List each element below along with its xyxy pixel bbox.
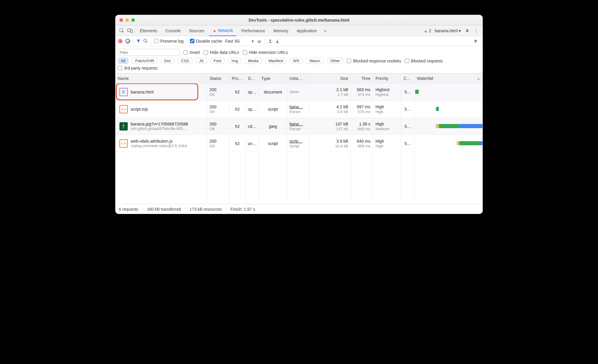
cell-protocol: h2	[229, 118, 246, 135]
traffic-lights	[119, 18, 135, 22]
tab-performance[interactable]: Performance	[238, 25, 268, 36]
minimize-dot[interactable]	[125, 18, 129, 22]
network-conditions-icon[interactable]	[257, 39, 262, 43]
filter-input[interactable]	[118, 49, 180, 56]
type-filter-pill[interactable]: Wasm	[306, 58, 323, 64]
type-filter-pill[interactable]: Manifest	[265, 58, 286, 64]
cell-type: document	[259, 83, 287, 100]
device-icon[interactable]	[127, 29, 134, 33]
cell-connection: 5…	[401, 83, 415, 100]
devtools-window: DevTools - speculative-rules.glitch.me/b…	[115, 15, 483, 214]
request-row[interactable]: banana.jpg?v=1705668720588cdn.glitch.glo…	[115, 118, 483, 135]
clear-button[interactable]	[125, 39, 130, 44]
more-tabs-icon[interactable]: »	[322, 28, 329, 33]
warning-icon: ▲	[423, 28, 428, 33]
type-filter-pill[interactable]: WS	[290, 58, 303, 64]
request-row[interactable]: banana.html 200OK h2 sp… document Other …	[115, 83, 483, 101]
record-button[interactable]	[118, 39, 122, 43]
cell-status: 200OK	[207, 118, 229, 135]
kebab-icon[interactable]: ⋮	[473, 28, 480, 33]
tab-console[interactable]: Console	[162, 25, 184, 36]
invert-checkbox[interactable]: Invert	[183, 50, 200, 55]
cell-name: banana.jpg?v=1705668720588cdn.glitch.glo…	[115, 118, 207, 135]
cell-status: 200OK	[207, 83, 229, 100]
tab-network[interactable]: ▲Network	[209, 25, 236, 36]
cell-size: 2.1 kB1.7 kB	[309, 83, 351, 100]
hide-data-urls-checkbox[interactable]: Hide data URLs	[204, 50, 239, 55]
cell-initiator[interactable]: Other	[287, 83, 309, 100]
inspect-icon[interactable]	[118, 28, 125, 33]
cell-connection: 5…	[401, 118, 415, 135]
type-filter-pill[interactable]: JS	[196, 58, 207, 64]
tab-memory[interactable]: Memory	[270, 25, 292, 36]
cell-priority: HighHigh	[373, 101, 401, 117]
col-time[interactable]: Time	[351, 74, 373, 83]
filter-bar: Invert Hide data URLs Hide extension URL…	[115, 46, 483, 73]
throttling-select[interactable]: Fast 3G▾	[225, 39, 254, 44]
filter-icon[interactable]	[136, 39, 140, 43]
cell-time: 1.39 s605 ms	[351, 118, 373, 135]
col-priority[interactable]: Priority	[373, 74, 401, 83]
cell-priority: HighHigh	[373, 135, 401, 152]
cell-status: 200OK	[207, 101, 229, 117]
context-selector[interactable]: banana.html ▾	[432, 28, 463, 33]
type-filter-all[interactable]: All	[118, 58, 128, 64]
type-filter-pill[interactable]: Doc	[161, 58, 174, 64]
svg-point-5	[259, 43, 260, 43]
tab-application[interactable]: Application	[293, 25, 321, 36]
status-resources: 173 kB resources	[186, 207, 226, 212]
cell-size: 3.9 kB10.4 kB	[309, 135, 351, 152]
col-waterfall[interactable]: Waterfall	[415, 74, 483, 83]
type-filter-pill[interactable]: Other	[327, 58, 343, 64]
hide-extension-urls-checkbox[interactable]: Hide extension URLs	[243, 50, 288, 55]
cell-size: 4.2 kB3.6 kB	[309, 101, 351, 117]
cell-initiator[interactable]: scrip…Script	[287, 135, 309, 152]
tab-elements[interactable]: Elements	[136, 25, 161, 36]
cell-type: script	[259, 135, 287, 152]
zoom-dot[interactable]	[131, 18, 135, 22]
request-table: Name Status Pro… D… Type Initia… Size Ti…	[115, 73, 483, 204]
window-title: DevTools - speculative-rules.glitch.me/b…	[135, 18, 463, 22]
cell-type: script	[259, 101, 287, 117]
network-toolbar: Preserve log Disable cache Fast 3G▾	[115, 36, 483, 46]
col-connection[interactable]: C…	[401, 74, 415, 83]
col-initiator[interactable]: Initia…	[287, 74, 309, 83]
cell-size: 137 kB137 kB	[309, 118, 351, 135]
blocked-cookies-checkbox[interactable]: Blocked response cookies	[347, 59, 401, 63]
settings-icon[interactable]	[464, 28, 471, 33]
type-filter-pill[interactable]: Fetch/XHR	[132, 58, 157, 64]
type-filter-pill[interactable]: Font	[210, 58, 225, 64]
svg-line-4	[146, 42, 148, 43]
type-filter-pill[interactable]: CSS	[178, 58, 192, 64]
col-name[interactable]: Name	[115, 74, 207, 83]
panel-settings-icon[interactable]	[473, 39, 480, 44]
issues-badge[interactable]: ▲2	[423, 28, 431, 33]
col-status[interactable]: Status	[207, 74, 229, 83]
upload-icon[interactable]	[268, 39, 272, 43]
col-protocol[interactable]: Pro…	[229, 74, 246, 83]
cell-status: 200OK	[207, 135, 229, 152]
status-requests: 6 requests	[119, 207, 143, 212]
request-row[interactable]: < > web-vitals.attribution.jsunpkg.com/w…	[115, 135, 483, 152]
disable-cache-checkbox[interactable]: Disable cache	[190, 39, 222, 44]
cell-connection: 5…	[401, 135, 415, 152]
col-type[interactable]: Type	[259, 74, 287, 83]
third-party-checkbox[interactable]: 3rd-party requests	[118, 66, 158, 70]
tab-sources[interactable]: Sources	[186, 25, 208, 36]
col-domain[interactable]: D…	[246, 74, 259, 83]
close-dot[interactable]	[119, 18, 123, 22]
preserve-log-checkbox[interactable]: Preserve log	[154, 39, 184, 44]
col-size[interactable]: Size	[309, 74, 351, 83]
blocked-requests-checkbox[interactable]: Blocked requests	[405, 59, 443, 63]
search-icon[interactable]	[143, 39, 148, 43]
download-icon[interactable]	[275, 39, 279, 43]
type-filter-pill[interactable]: Img	[228, 58, 241, 64]
warning-icon: ▲	[212, 28, 217, 33]
cell-initiator[interactable]: bana…Parser	[287, 101, 309, 117]
cell-priority: HighestHighest	[373, 83, 401, 100]
type-filter-pill[interactable]: Media	[245, 58, 262, 64]
cell-waterfall	[415, 135, 483, 152]
request-row[interactable]: < > script.mjs 200OK h2 sp… script bana……	[115, 101, 483, 118]
cell-waterfall	[415, 101, 483, 117]
cell-initiator[interactable]: bana…Parser	[287, 118, 309, 135]
